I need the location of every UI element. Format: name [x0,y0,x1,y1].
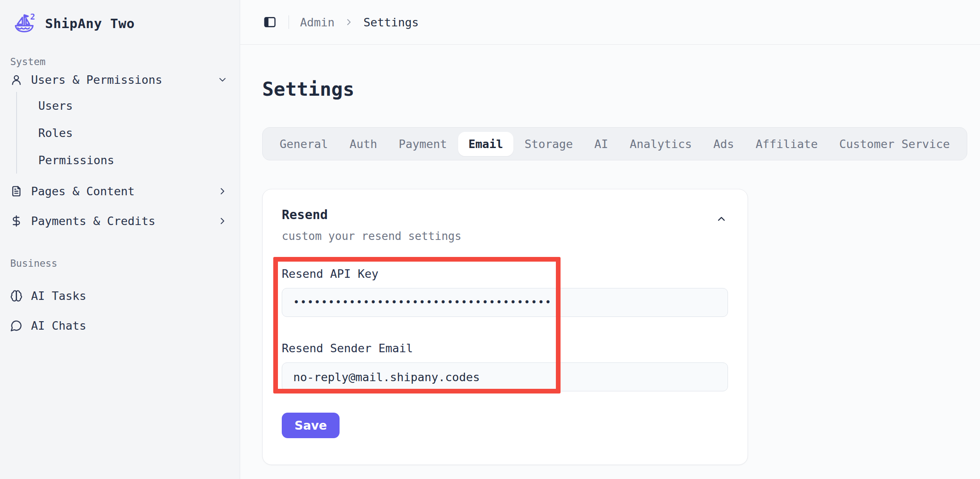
tab-customer-service[interactable]: Customer Service [829,132,960,156]
sidebar-item-users-permissions[interactable]: Users & Permissions [4,67,235,92]
breadcrumb-admin[interactable]: Admin [300,16,334,29]
page-title: Settings [262,78,980,101]
sidebar-submenu-users-permissions: Users Roles Permissions [16,92,240,174]
sidebar-section-business: Business [0,258,240,269]
topbar: Admin Settings [240,0,980,45]
sidebar-item-label: Payments & Credits [31,214,156,228]
breadcrumb: Admin Settings [300,16,419,29]
chevron-down-icon [217,74,228,85]
sidebar-item-users[interactable]: Users [17,92,240,119]
chevron-up-icon [716,213,727,225]
sidebar-item-label: Pages & Content [31,185,135,198]
file-text-icon [10,185,23,197]
svg-text:2: 2 [30,12,35,22]
tab-auth[interactable]: Auth [339,132,387,156]
tab-ads[interactable]: Ads [703,132,745,156]
sidebar-item-permissions[interactable]: Permissions [17,146,240,174]
tab-payment[interactable]: Payment [388,132,457,156]
brand[interactable]: 2 ShipAny Two [0,9,240,37]
sender-email-label: Resend Sender Email [282,342,727,355]
tab-email[interactable]: Email [458,132,513,156]
topbar-divider [289,15,289,29]
sidebar-item-ai-tasks[interactable]: AI Tasks [4,283,235,308]
brand-name: ShipAny Two [45,16,135,31]
sidebar-section-system: System [0,56,240,67]
chevron-right-icon [217,186,228,197]
chevron-right-icon [344,17,354,27]
sidebar-item-ai-chats[interactable]: AI Chats [4,313,235,338]
settings-tabs: General Auth Payment Email Storage AI An… [262,127,967,160]
sidebar-toggle-button[interactable] [263,15,278,29]
app-root: 2 ShipAny Two System Users & Permissions… [0,0,980,479]
save-button[interactable]: Save [282,413,340,438]
card-subtitle: custom your resend settings [282,230,462,242]
panel-left-icon [263,15,277,29]
main-area: Admin Settings Settings General Auth Pay… [240,0,980,479]
sender-email-input[interactable] [282,362,728,391]
sidebar-item-roles[interactable]: Roles [17,119,240,146]
sidebar-item-pages-content[interactable]: Pages & Content [4,179,235,203]
tab-ai[interactable]: AI [584,132,619,156]
card-header: Resend custom your resend settings [282,207,727,242]
sidebar-item-label: Users & Permissions [31,73,162,86]
sidebar-item-label: AI Tasks [31,289,86,302]
tab-storage[interactable]: Storage [514,132,583,156]
sidebar-item-payments-credits[interactable]: Payments & Credits [4,208,235,233]
dollar-icon [10,215,23,227]
sailboat-logo-icon: 2 [12,12,37,35]
tab-general[interactable]: General [269,132,338,156]
tab-affiliate[interactable]: Affiliate [745,132,828,156]
chat-bubble-icon [10,319,23,332]
content: Settings General Auth Payment Email Stor… [240,45,980,465]
card-title: Resend [282,207,462,222]
collapse-button[interactable] [716,213,727,225]
chevron-right-icon [217,216,228,226]
breadcrumb-settings: Settings [363,16,419,29]
api-key-input[interactable] [282,288,728,317]
tab-analytics[interactable]: Analytics [620,132,702,156]
sidebar: 2 ShipAny Two System Users & Permissions… [0,0,240,479]
api-key-label: Resend API Key [282,267,727,280]
resend-settings-card: Resend custom your resend settings Resen… [262,189,748,465]
brain-icon [10,290,23,302]
user-icon [10,74,23,86]
sidebar-item-label: AI Chats [31,319,86,332]
